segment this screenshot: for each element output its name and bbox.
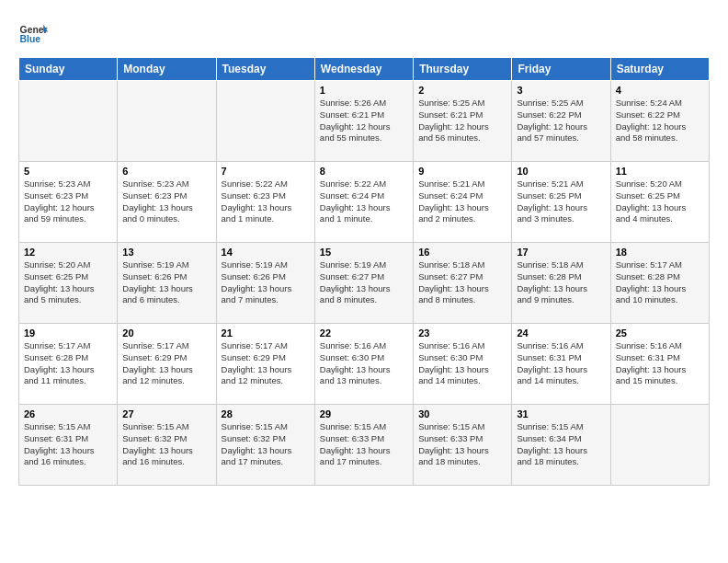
day-number: 10 (517, 166, 605, 177)
table-cell: 25Sunrise: 5:16 AM Sunset: 6:31 PM Dayli… (610, 324, 709, 405)
day-number: 9 (418, 166, 506, 177)
week-row-3: 12Sunrise: 5:20 AM Sunset: 6:25 PM Dayli… (19, 243, 710, 324)
table-cell: 18Sunrise: 5:17 AM Sunset: 6:28 PM Dayli… (610, 243, 709, 324)
weekday-header-row: SundayMondayTuesdayWednesdayThursdayFrid… (19, 58, 710, 81)
day-info: Sunrise: 5:22 AM Sunset: 6:24 PM Dayligh… (320, 178, 408, 225)
table-cell: 3Sunrise: 5:25 AM Sunset: 6:22 PM Daylig… (512, 81, 610, 162)
day-info: Sunrise: 5:16 AM Sunset: 6:31 PM Dayligh… (517, 340, 605, 387)
day-number: 31 (517, 408, 605, 419)
day-info: Sunrise: 5:24 AM Sunset: 6:22 PM Dayligh… (616, 98, 704, 144)
week-row-5: 26Sunrise: 5:15 AM Sunset: 6:31 PM Dayli… (19, 405, 710, 486)
logo-icon: General Blue (18, 18, 48, 48)
day-info: Sunrise: 5:15 AM Sunset: 6:31 PM Dayligh… (24, 421, 112, 468)
table-cell: 8Sunrise: 5:22 AM Sunset: 6:24 PM Daylig… (314, 162, 413, 243)
day-number: 14 (222, 247, 310, 258)
day-number: 18 (616, 247, 704, 258)
day-info: Sunrise: 5:20 AM Sunset: 6:25 PM Dayligh… (24, 259, 112, 306)
weekday-wednesday: Wednesday (314, 58, 413, 81)
day-info: Sunrise: 5:16 AM Sunset: 6:30 PM Dayligh… (418, 340, 506, 387)
day-number: 13 (122, 247, 210, 258)
table-cell: 19Sunrise: 5:17 AM Sunset: 6:28 PM Dayli… (19, 324, 118, 405)
day-info: Sunrise: 5:18 AM Sunset: 6:28 PM Dayligh… (517, 259, 605, 306)
day-info: Sunrise: 5:16 AM Sunset: 6:31 PM Dayligh… (616, 340, 704, 387)
day-info: Sunrise: 5:19 AM Sunset: 6:26 PM Dayligh… (222, 259, 310, 306)
day-info: Sunrise: 5:23 AM Sunset: 6:23 PM Dayligh… (24, 178, 112, 225)
day-info: Sunrise: 5:25 AM Sunset: 6:22 PM Dayligh… (517, 98, 605, 144)
day-info: Sunrise: 5:19 AM Sunset: 6:27 PM Dayligh… (320, 259, 408, 306)
table-cell (19, 81, 118, 162)
weekday-monday: Monday (118, 58, 216, 81)
table-cell: 12Sunrise: 5:20 AM Sunset: 6:25 PM Dayli… (19, 243, 118, 324)
day-info: Sunrise: 5:21 AM Sunset: 6:25 PM Dayligh… (517, 178, 605, 225)
day-info: Sunrise: 5:15 AM Sunset: 6:33 PM Dayligh… (418, 421, 506, 468)
svg-text:Blue: Blue (20, 34, 41, 44)
table-cell: 13Sunrise: 5:19 AM Sunset: 6:26 PM Dayli… (118, 243, 216, 324)
table-cell: 5Sunrise: 5:23 AM Sunset: 6:23 PM Daylig… (19, 162, 118, 243)
day-info: Sunrise: 5:17 AM Sunset: 6:28 PM Dayligh… (24, 340, 112, 387)
weekday-thursday: Thursday (414, 58, 512, 81)
weekday-tuesday: Tuesday (216, 58, 314, 81)
day-info: Sunrise: 5:17 AM Sunset: 6:29 PM Dayligh… (122, 340, 210, 387)
day-number: 20 (122, 327, 210, 339)
weekday-friday: Friday (512, 58, 610, 81)
week-row-1: 1Sunrise: 5:26 AM Sunset: 6:21 PM Daylig… (19, 81, 710, 162)
day-info: Sunrise: 5:18 AM Sunset: 6:27 PM Dayligh… (418, 259, 506, 306)
table-cell: 28Sunrise: 5:15 AM Sunset: 6:32 PM Dayli… (216, 405, 314, 486)
table-cell: 2Sunrise: 5:25 AM Sunset: 6:21 PM Daylig… (414, 81, 512, 162)
day-number: 5 (24, 166, 112, 177)
day-number: 4 (616, 85, 704, 96)
week-row-4: 19Sunrise: 5:17 AM Sunset: 6:28 PM Dayli… (19, 324, 710, 405)
day-number: 29 (320, 408, 408, 419)
weekday-sunday: Sunday (19, 58, 118, 81)
day-info: Sunrise: 5:22 AM Sunset: 6:23 PM Dayligh… (222, 178, 310, 225)
day-number: 16 (418, 247, 506, 258)
day-number: 24 (517, 327, 605, 339)
day-number: 27 (122, 408, 210, 419)
table-cell: 26Sunrise: 5:15 AM Sunset: 6:31 PM Dayli… (19, 405, 118, 486)
day-info: Sunrise: 5:15 AM Sunset: 6:32 PM Dayligh… (222, 421, 310, 468)
page-header: General Blue (18, 18, 710, 48)
table-cell: 7Sunrise: 5:22 AM Sunset: 6:23 PM Daylig… (216, 162, 314, 243)
day-info: Sunrise: 5:19 AM Sunset: 6:26 PM Dayligh… (122, 259, 210, 306)
table-cell: 15Sunrise: 5:19 AM Sunset: 6:27 PM Dayli… (314, 243, 413, 324)
day-number: 11 (616, 166, 704, 177)
day-number: 21 (222, 327, 310, 339)
day-info: Sunrise: 5:17 AM Sunset: 6:29 PM Dayligh… (222, 340, 310, 387)
day-number: 28 (222, 408, 310, 419)
logo: General Blue (18, 18, 48, 48)
table-cell: 24Sunrise: 5:16 AM Sunset: 6:31 PM Dayli… (512, 324, 610, 405)
day-number: 25 (616, 327, 704, 339)
day-number: 22 (320, 327, 408, 339)
day-number: 23 (418, 327, 506, 339)
day-number: 2 (418, 85, 506, 96)
day-number: 1 (320, 85, 408, 96)
day-info: Sunrise: 5:26 AM Sunset: 6:21 PM Dayligh… (320, 98, 408, 144)
day-info: Sunrise: 5:15 AM Sunset: 6:33 PM Dayligh… (320, 421, 408, 468)
table-cell: 10Sunrise: 5:21 AM Sunset: 6:25 PM Dayli… (512, 162, 610, 243)
table-cell: 30Sunrise: 5:15 AM Sunset: 6:33 PM Dayli… (414, 405, 512, 486)
table-cell: 21Sunrise: 5:17 AM Sunset: 6:29 PM Dayli… (216, 324, 314, 405)
table-cell: 9Sunrise: 5:21 AM Sunset: 6:24 PM Daylig… (414, 162, 512, 243)
table-cell: 31Sunrise: 5:15 AM Sunset: 6:34 PM Dayli… (512, 405, 610, 486)
day-number: 17 (517, 247, 605, 258)
day-number: 8 (320, 166, 408, 177)
day-number: 26 (24, 408, 112, 419)
day-number: 6 (122, 166, 210, 177)
day-number: 7 (222, 166, 310, 177)
table-cell: 6Sunrise: 5:23 AM Sunset: 6:23 PM Daylig… (118, 162, 216, 243)
day-info: Sunrise: 5:23 AM Sunset: 6:23 PM Dayligh… (122, 178, 210, 225)
table-cell: 20Sunrise: 5:17 AM Sunset: 6:29 PM Dayli… (118, 324, 216, 405)
calendar-table: SundayMondayTuesdayWednesdayThursdayFrid… (18, 57, 710, 486)
day-number: 19 (24, 327, 112, 339)
day-info: Sunrise: 5:17 AM Sunset: 6:28 PM Dayligh… (616, 259, 704, 306)
day-info: Sunrise: 5:25 AM Sunset: 6:21 PM Dayligh… (418, 98, 506, 144)
day-info: Sunrise: 5:15 AM Sunset: 6:32 PM Dayligh… (122, 421, 210, 468)
table-cell: 27Sunrise: 5:15 AM Sunset: 6:32 PM Dayli… (118, 405, 216, 486)
table-cell: 1Sunrise: 5:26 AM Sunset: 6:21 PM Daylig… (314, 81, 413, 162)
table-cell (216, 81, 314, 162)
table-cell (610, 405, 709, 486)
weekday-saturday: Saturday (610, 58, 709, 81)
table-cell: 14Sunrise: 5:19 AM Sunset: 6:26 PM Dayli… (216, 243, 314, 324)
table-cell: 22Sunrise: 5:16 AM Sunset: 6:30 PM Dayli… (314, 324, 413, 405)
day-number: 12 (24, 247, 112, 258)
